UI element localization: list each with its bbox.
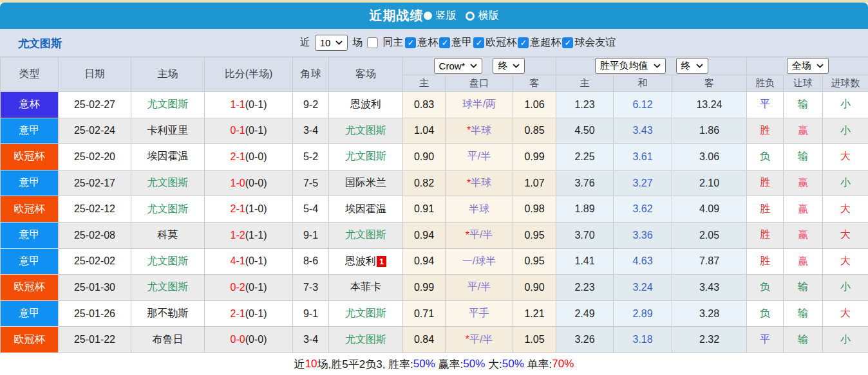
score-cell: 0-0(0-0) xyxy=(205,327,293,353)
competition-checkbox-1[interactable]: ✓ xyxy=(439,37,450,48)
avg-away-cell: 4.09 xyxy=(672,196,747,223)
date-cell: 25-02-08 xyxy=(59,223,131,249)
competition-checkbox-2[interactable]: ✓ xyxy=(473,37,484,48)
date-cell: 25-01-26 xyxy=(59,301,131,327)
result-cell: 胜 xyxy=(747,118,784,145)
avg-home-cell: 1.23 xyxy=(556,92,614,118)
odds-away-cell: 0.99 xyxy=(513,144,556,170)
same-home-label: 同主 xyxy=(382,36,403,50)
competition-filters: ✓意杯✓意甲✓欧冠杯✓意超杯✓球会友谊 xyxy=(405,36,616,50)
date-cell: 25-02-20 xyxy=(59,144,131,170)
avg-time-select[interactable]: 终 xyxy=(676,58,708,74)
home-team-cell: 尤文图斯 xyxy=(131,196,205,223)
handicap-cell: 球半/两 xyxy=(446,92,513,118)
handicap-result-cell: 输 xyxy=(784,327,823,353)
halftime-score: (1-1) xyxy=(245,230,267,241)
match-count-select[interactable]: 10 xyxy=(315,35,348,51)
away-team-cell: 恩波利 xyxy=(329,92,403,118)
handicap-value: 平手 xyxy=(469,307,489,320)
header-type: 类型 xyxy=(1,57,59,92)
fulltime-score: 0-0 xyxy=(231,334,245,345)
vertical-layout-label[interactable]: 竖版 xyxy=(436,9,457,23)
handicap-cell: 平/半 xyxy=(446,144,513,170)
competition-label-0: 意杯 xyxy=(417,36,438,50)
odds-away-cell: 1.06 xyxy=(513,92,556,118)
avg-away-cell: 7.87 xyxy=(672,249,747,275)
avg-draw-cell: 3.18 xyxy=(614,327,672,353)
corners-cell: 7-5 xyxy=(293,170,329,197)
odds-away-cell: 1.21 xyxy=(513,301,556,327)
result-cell: 胜 xyxy=(747,223,784,249)
avg-draw-cell: 3.43 xyxy=(614,118,672,145)
handicap-value: 球半/两 xyxy=(462,98,496,111)
subheader-avg-away: 客 xyxy=(672,75,747,92)
home-team-cell: 那不勒斯 xyxy=(131,301,205,327)
handicap-cell: *平/半 xyxy=(446,327,513,353)
goals-cell: 小 xyxy=(823,327,868,353)
results-table: 类型 日期 主场 比分(半场) 角球 客场 Crow* 终 胜平负均值 终 xyxy=(0,57,868,353)
type-badge: 欧冠杯 xyxy=(1,196,59,223)
avg-type-select[interactable]: 胜平负均值 xyxy=(595,58,666,74)
same-home-checkbox[interactable] xyxy=(367,37,378,48)
horizontal-layout-radio[interactable] xyxy=(466,12,475,21)
handicap-value: 平/半 xyxy=(469,333,493,347)
subheader-odds-away: 客 xyxy=(513,75,556,92)
handicap-cell: *平/半 xyxy=(446,223,513,249)
fulltime-score: 4-1 xyxy=(231,255,245,267)
away-team-cell: 尤文图斯 xyxy=(329,144,403,170)
header-score: 比分(半场) xyxy=(205,57,293,92)
avg-home-cell: 3.26 xyxy=(556,327,614,353)
goals-cell: 大 xyxy=(823,223,868,249)
corners-cell: 5-4 xyxy=(293,196,329,223)
handicap-cell: 一/球半 xyxy=(446,249,513,275)
horizontal-layout-label[interactable]: 横版 xyxy=(478,9,499,23)
type-badge: 意甲 xyxy=(1,118,59,145)
vertical-layout-radio[interactable] xyxy=(424,12,432,20)
competition-checkbox-3[interactable]: ✓ xyxy=(518,37,529,48)
chevron-down-icon xyxy=(654,64,661,68)
odds-home-cell: 0.82 xyxy=(403,170,446,197)
odds-away-cell: 1.05 xyxy=(513,327,556,353)
recent-results-panel: 近期战绩 竖版 横版 尤文图斯 近 10 场 同主 ✓意杯✓意甲✓欧冠杯✓意超杯… xyxy=(0,0,868,375)
handicap-cell: 平手 xyxy=(446,301,513,327)
handicap-value: 半球 xyxy=(469,203,489,216)
score-cell: 2-1(0-0) xyxy=(205,144,293,170)
summary-segment-8: 单率: xyxy=(524,357,552,372)
avg-time-value: 终 xyxy=(681,60,691,72)
odds-home-cell: 1.04 xyxy=(403,118,446,145)
summary-segment-6: 大: xyxy=(485,357,502,372)
subheader-odds-home: 主 xyxy=(403,75,446,92)
avg-draw-cell: 3.61 xyxy=(614,144,672,170)
avg-away-cell: 3.43 xyxy=(672,275,747,301)
avg-away-cell: 3.28 xyxy=(672,301,747,327)
odds-provider-select[interactable]: Crow* xyxy=(434,58,483,74)
odds-provider-value: Crow* xyxy=(439,60,466,71)
avg-away-cell: 2.32 xyxy=(672,327,747,353)
fulltime-score: 2-1 xyxy=(231,308,245,320)
corners-cell: 9-1 xyxy=(293,223,329,249)
header-home: 主场 xyxy=(131,57,205,92)
handicap-result-cell: 赢 xyxy=(784,118,823,145)
score-cell: 1-0(0-0) xyxy=(205,170,293,197)
score-cell: 4-1(0-1) xyxy=(205,249,293,275)
avg-draw-cell: 3.27 xyxy=(614,170,672,197)
date-cell: 25-01-22 xyxy=(59,327,131,353)
result-cell: 平 xyxy=(747,92,784,118)
halftime-score: (0-0) xyxy=(245,334,267,345)
avg-type-value: 胜平负均值 xyxy=(600,60,648,72)
corners-cell: 9-1 xyxy=(293,301,329,327)
scope-select[interactable]: 全场 xyxy=(787,58,829,74)
summary-segment-2: 场,胜5平2负3, 胜率: xyxy=(317,357,413,372)
odds-home-cell: 0.84 xyxy=(403,327,446,353)
competition-checkbox-0[interactable]: ✓ xyxy=(405,37,416,48)
header-date: 日期 xyxy=(59,57,131,92)
handicap-result-cell: 输 xyxy=(784,92,823,118)
goals-cell: 小 xyxy=(823,118,868,145)
competition-checkbox-4[interactable]: ✓ xyxy=(562,37,573,48)
odds-time-select[interactable]: 终 xyxy=(493,58,525,74)
summary-segment-5: 50% xyxy=(463,358,485,370)
chevron-down-icon xyxy=(816,64,824,68)
result-cell: 平 xyxy=(747,327,784,353)
odds-time-value: 终 xyxy=(498,60,507,72)
filter-bar: 尤文图斯 近 10 场 同主 ✓意杯✓意甲✓欧冠杯✓意超杯✓球会友谊 xyxy=(0,29,868,57)
